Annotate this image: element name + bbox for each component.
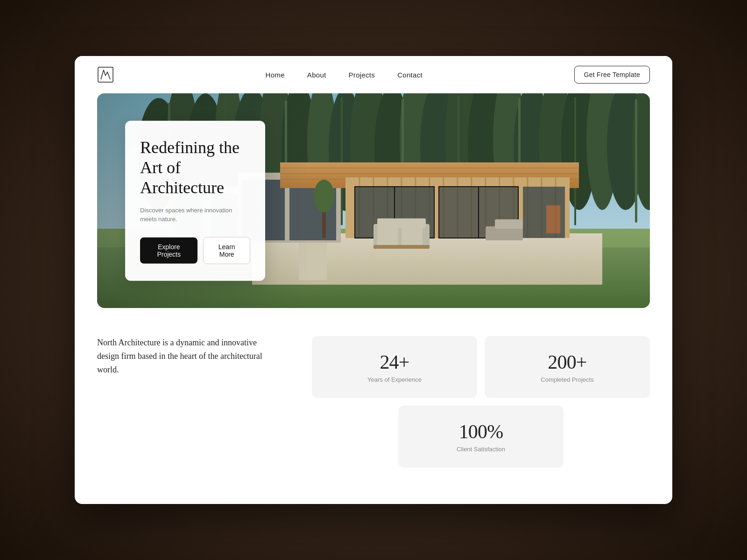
hero-title: Redefining the Art of Architecture xyxy=(140,138,250,198)
browser-window: Home About Projects Contact Get Free Tem… xyxy=(75,56,672,504)
svg-point-77 xyxy=(314,180,334,212)
hero-buttons: Explore Projects Learn More xyxy=(140,237,250,264)
svg-rect-31 xyxy=(574,97,576,225)
explore-projects-button[interactable]: Explore Projects xyxy=(140,237,197,263)
stat-label-experience: Years of Experience xyxy=(367,376,422,383)
stat-card-projects: 200+ Completed Projects xyxy=(485,336,650,398)
learn-more-button[interactable]: Learn More xyxy=(203,237,250,264)
svg-rect-73 xyxy=(377,228,398,245)
stat-card-satisfaction: 100% Client Satisfaction xyxy=(398,406,564,468)
about-text: North Architecture is a dynamic and inno… xyxy=(97,336,275,376)
logo-icon xyxy=(97,66,114,83)
hero-section: Redefining the Art of Architecture Disco… xyxy=(97,93,650,308)
svg-rect-74 xyxy=(402,228,423,245)
stat-card-experience: 24+ Years of Experience xyxy=(312,336,477,398)
nav-home[interactable]: Home xyxy=(266,71,285,79)
get-free-template-button[interactable]: Get Free Template xyxy=(574,66,650,84)
svg-rect-80 xyxy=(495,219,523,229)
nav-projects[interactable]: Projects xyxy=(349,71,375,79)
stat-label-satisfaction: Client Satisfaction xyxy=(457,446,505,453)
svg-rect-75 xyxy=(374,245,430,249)
stat-number-satisfaction: 100% xyxy=(459,420,503,443)
nav-contact[interactable]: Contact xyxy=(397,71,423,79)
hero-card: Redefining the Art of Architecture Disco… xyxy=(125,121,265,281)
svg-rect-72 xyxy=(377,218,426,228)
about-section: North Architecture is a dynamic and inno… xyxy=(75,308,672,504)
stats-grid: 24+ Years of Experience 200+ Completed P… xyxy=(312,336,650,468)
svg-rect-32 xyxy=(635,99,637,223)
svg-rect-27 xyxy=(341,97,343,225)
navbar: Home About Projects Contact Get Free Tem… xyxy=(75,56,672,93)
about-description: North Architecture is a dynamic and inno… xyxy=(97,336,275,376)
hero-subtitle: Discover spaces where innovation meets n… xyxy=(140,205,250,224)
stat-number-projects: 200+ xyxy=(548,351,586,373)
stat-label-projects: Completed Projects xyxy=(541,376,593,383)
svg-rect-78 xyxy=(546,205,560,233)
nav-links: Home About Projects Contact xyxy=(266,71,423,79)
nav-about[interactable]: About xyxy=(307,71,326,79)
stat-number-experience: 24+ xyxy=(380,351,409,373)
logo[interactable] xyxy=(97,66,114,83)
